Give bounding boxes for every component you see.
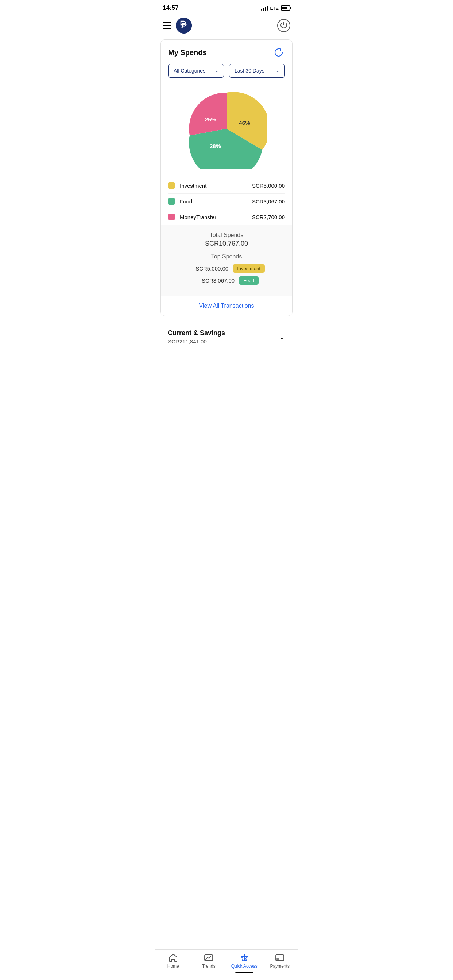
card-header: My Spends — [161, 40, 292, 64]
top-spend-badge-investment: Investment — [233, 264, 265, 273]
chevron-down-icon: ⌄ — [276, 68, 279, 73]
main-card: My Spends All Categories ⌄ Last 30 Days … — [161, 40, 292, 316]
network-type: LTE — [270, 5, 279, 11]
savings-section[interactable]: Current & Savings SCR211,841.00 ⌄ — [161, 322, 292, 352]
pie-label-food: 28% — [210, 143, 221, 149]
view-all-link[interactable]: View All Transactions — [199, 302, 254, 309]
refresh-button[interactable] — [273, 46, 285, 59]
app-logo: P — [176, 18, 192, 33]
hamburger-line — [163, 25, 171, 26]
top-spend-row-investment: SCR5,000.00 Investment — [168, 264, 285, 273]
top-spend-row-food: SCR3,067.00 Food — [168, 276, 285, 285]
top-spend-amount-food: SCR3,067.00 — [195, 277, 234, 284]
top-spend-badge-food: Food — [239, 276, 258, 285]
top-spends-label: Top Spends — [168, 253, 285, 260]
period-filter-label: Last 30 Days — [234, 68, 265, 74]
top-spend-amount-investment: SCR5,000.00 — [188, 266, 228, 272]
status-bar: 14:57 LTE — [155, 0, 298, 14]
pie-chart-container: 46% 28% 25% — [161, 85, 292, 178]
pie-slice-moneytransfer — [189, 92, 226, 135]
chevron-down-icon: ⌄ — [279, 332, 285, 341]
status-time: 14:57 — [163, 5, 179, 12]
legend-item: Food SCR3,067.00 — [168, 194, 285, 209]
legend-name-investment: Investment — [180, 183, 252, 189]
legend-item: Investment SCR5,000.00 — [168, 178, 285, 194]
period-filter[interactable]: Last 30 Days ⌄ — [229, 64, 285, 78]
categories-filter-label: All Categories — [174, 68, 205, 74]
signal-bars-icon — [261, 5, 268, 11]
battery-icon — [281, 5, 290, 11]
filters-row: All Categories ⌄ Last 30 Days ⌄ — [161, 64, 292, 85]
legend: Investment SCR5,000.00 Food SCR3,067.00 … — [161, 178, 292, 224]
legend-name-food: Food — [180, 198, 252, 205]
legend-amount-food: SCR3,067.00 — [252, 198, 285, 205]
savings-header: Current & Savings SCR211,841.00 ⌄ — [168, 329, 285, 345]
legend-dot-investment — [168, 182, 175, 189]
savings-title: Current & Savings — [168, 329, 225, 337]
legend-item: MoneyTransfer SCR2,700.00 — [168, 209, 285, 224]
totals-section: Total Spends SCR10,767.00 Top Spends SCR… — [161, 224, 292, 296]
legend-amount-investment: SCR5,000.00 — [252, 183, 285, 189]
pie-label-investment: 46% — [239, 119, 250, 126]
app-header: P — [155, 14, 298, 40]
view-all-section[interactable]: View All Transactions — [161, 296, 292, 316]
chevron-down-icon: ⌄ — [215, 68, 219, 73]
categories-filter[interactable]: All Categories ⌄ — [168, 64, 224, 78]
pie-label-moneytransfer: 25% — [205, 116, 216, 123]
legend-name-moneytransfer: MoneyTransfer — [180, 214, 252, 220]
pie-chart: 46% 28% 25% — [187, 89, 266, 169]
total-spends-label: Total Spends — [168, 232, 285, 239]
hamburger-line — [163, 22, 171, 23]
hamburger-line — [163, 28, 171, 29]
hamburger-menu[interactable] — [163, 22, 171, 29]
legend-dot-food — [168, 198, 175, 205]
legend-dot-moneytransfer — [168, 214, 175, 220]
legend-amount-moneytransfer: SCR2,700.00 — [252, 214, 285, 220]
savings-amount: SCR211,841.00 — [168, 338, 225, 345]
status-icons: LTE — [261, 5, 290, 11]
total-spends-amount: SCR10,767.00 — [168, 240, 285, 248]
power-button[interactable] — [277, 19, 290, 32]
card-title: My Spends — [168, 48, 207, 57]
